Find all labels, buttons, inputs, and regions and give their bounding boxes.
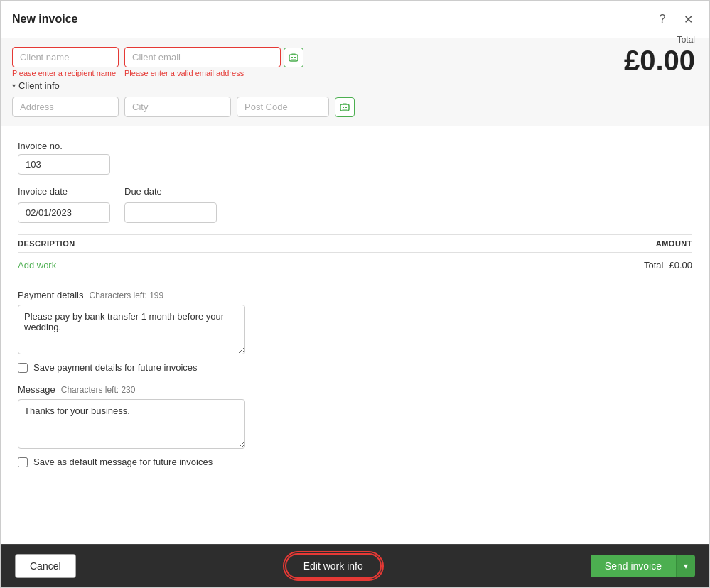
main-content: Invoice no. Invoice date Due date DESCRI… <box>1 126 709 544</box>
help-icon: ? <box>660 13 666 26</box>
modal-header: New invoice ? ✕ <box>1 1 709 38</box>
save-message-row: Save as default message for future invoi… <box>18 457 692 467</box>
col-description-header: DESCRIPTION <box>18 239 75 248</box>
message-label-row: Message Characters left: 230 <box>18 384 692 395</box>
close-icon: ✕ <box>684 13 693 26</box>
table-total-label: Total <box>644 260 663 271</box>
message-label: Message <box>18 384 55 395</box>
client-info-label: Client info <box>18 80 60 91</box>
autofill-icon[interactable] <box>284 48 303 67</box>
svg-rect-1 <box>291 57 293 58</box>
chevron-down-icon: ▾ <box>684 561 688 571</box>
message-section: Message Characters left: 230 Thanks for … <box>18 384 692 467</box>
invoice-date-input[interactable] <box>18 202 110 223</box>
total-label: Total <box>624 35 695 45</box>
table-total-amount: £0.00 <box>669 260 692 271</box>
client-email-group: Please enter a valid email address <box>124 47 303 77</box>
send-invoice-button[interactable]: Send invoice <box>591 555 676 577</box>
dates-row: Invoice date Due date <box>18 186 692 223</box>
send-invoice-dropdown-button[interactable]: ▾ <box>676 555 695 577</box>
add-work-row: Add work Total £0.00 <box>18 253 692 278</box>
line-items-table: DESCRIPTION AMOUNT Add work Total £0.00 <box>18 234 692 278</box>
client-name-group: Please enter a recipient name <box>12 47 119 77</box>
send-invoice-group: Send invoice ▾ <box>591 555 695 577</box>
edit-work-button[interactable]: Edit work info <box>285 553 382 579</box>
save-payment-details-row: Save payment details for future invoices <box>18 362 692 373</box>
client-name-input[interactable] <box>12 47 119 67</box>
save-message-checkbox[interactable] <box>18 457 28 467</box>
client-email-input[interactable] <box>124 47 281 67</box>
chevron-down-icon: ▾ <box>12 82 16 89</box>
due-date-input[interactable] <box>124 202 217 223</box>
svg-rect-3 <box>340 104 349 111</box>
due-date-label: Due date <box>124 186 217 197</box>
invoice-date-group: Invoice date <box>18 186 110 223</box>
client-row: Please enter a recipient name <box>12 47 698 77</box>
client-info-toggle[interactable]: ▾ Client info <box>12 80 698 91</box>
payment-details-textarea[interactable]: Please pay by bank transfer 1 month befo… <box>18 305 245 354</box>
total-display: Total £0.00 <box>624 35 695 77</box>
add-work-button[interactable]: Add work <box>18 260 56 271</box>
svg-rect-5 <box>345 107 347 108</box>
modal-title: New invoice <box>12 13 77 26</box>
svg-rect-4 <box>343 107 344 108</box>
total-amount: £0.00 <box>624 45 695 77</box>
svg-rect-2 <box>294 57 296 58</box>
message-textarea[interactable]: Thanks for your business. <box>18 399 245 449</box>
svg-rect-0 <box>289 55 298 61</box>
due-date-group: Due date <box>124 186 217 223</box>
client-email-error: Please enter a valid email address <box>124 69 303 77</box>
postcode-input[interactable] <box>237 97 329 117</box>
save-payment-label[interactable]: Save payment details for future invoices <box>33 362 198 373</box>
client-name-error: Please enter a recipient name <box>12 69 119 77</box>
save-payment-checkbox[interactable] <box>18 363 28 373</box>
message-chars: Characters left: 230 <box>61 385 136 395</box>
address-row <box>12 97 698 117</box>
save-message-label[interactable]: Save as default message for future invoi… <box>33 457 213 467</box>
col-amount-header: AMOUNT <box>656 239 692 248</box>
city-input[interactable] <box>124 97 231 117</box>
invoice-no-input[interactable] <box>18 154 110 175</box>
payment-details-label-row: Payment details Characters left: 199 <box>18 290 692 300</box>
header-icons: ? ✕ <box>652 9 698 29</box>
payment-details-chars: Characters left: 199 <box>90 290 164 300</box>
address-input[interactable] <box>12 97 119 117</box>
payment-details-label: Payment details <box>18 290 84 300</box>
autofill-address-icon[interactable] <box>335 97 355 117</box>
close-button[interactable]: ✕ <box>678 9 698 29</box>
cancel-button[interactable]: Cancel <box>15 554 76 578</box>
top-section: Please enter a recipient name <box>1 38 709 126</box>
invoice-date-label: Invoice date <box>18 186 110 197</box>
payment-details-section: Payment details Characters left: 199 Ple… <box>18 290 692 373</box>
invoice-no-label: Invoice no. <box>18 141 692 151</box>
footer-bar: Cancel Edit work info Send invoice ▾ <box>1 544 709 587</box>
help-button[interactable]: ? <box>652 9 672 29</box>
table-total-row: Total £0.00 <box>644 260 692 271</box>
new-invoice-modal: New invoice ? ✕ Please enter a recipient… <box>0 0 710 588</box>
invoice-no-group: Invoice no. <box>18 141 692 175</box>
table-header: DESCRIPTION AMOUNT <box>18 234 692 253</box>
